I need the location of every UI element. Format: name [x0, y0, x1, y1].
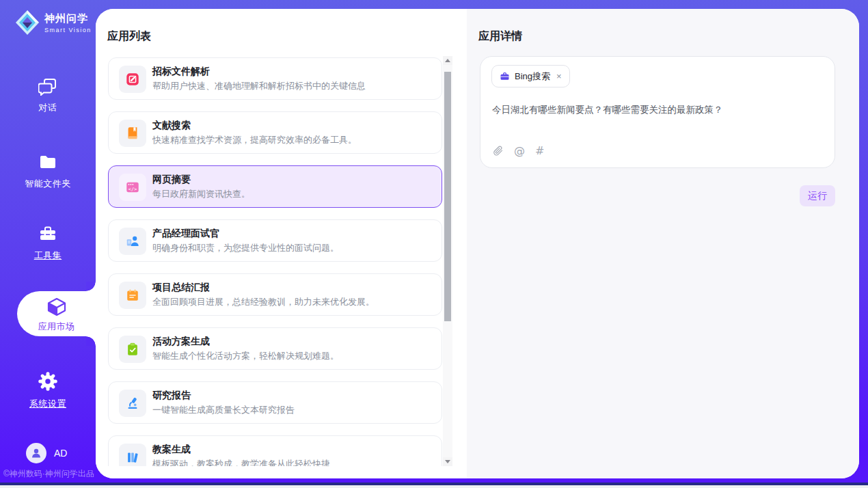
tool-tag-label: Bing搜索	[515, 70, 550, 83]
app-card-title: 招标文件解析	[152, 66, 210, 78]
app-detail-title: 应用详情	[478, 29, 522, 44]
user-name: AD	[54, 448, 67, 459]
app-card-research-report[interactable]: 研究报告 一键智能生成高质量长文本研究报告	[108, 381, 442, 424]
sidebar-item-settings[interactable]: 系统设置	[0, 371, 96, 410]
app-card-title: 教案生成	[152, 444, 191, 456]
edit-document-icon	[125, 72, 140, 87]
app-card-desc: 帮助用户快速、准确地理解和解析招标书中的关键信息	[152, 80, 433, 92]
app-card-desc: 每日政府新闻资讯快查。	[152, 188, 433, 200]
app-card-title: 网页摘要	[152, 174, 191, 186]
interviewer-icon	[125, 234, 140, 249]
scrollbar-thumb[interactable]	[444, 72, 451, 321]
app-detail-pane: 应用详情 Bing搜索 × 今日湖北有哪些新闻要点？有哪些需要关注的最新政策？ …	[467, 9, 859, 478]
folder-icon	[38, 152, 57, 172]
brand-subtitle: Smart Vision	[44, 27, 92, 33]
web-code-icon: </>	[125, 180, 140, 195]
app-card-lesson-plan[interactable]: 教案生成 模板驱动，教案秒成，教学准备从此轻松快捷	[108, 435, 442, 466]
scrollbar[interactable]	[443, 56, 452, 466]
app-icon-box	[119, 228, 146, 255]
app-card-desc: 明确身份和职责，为您提供专业性的面试问题。	[152, 242, 433, 254]
app-icon-box	[119, 282, 146, 309]
sidebar-item-chat[interactable]: 对话	[0, 77, 96, 114]
sidebar-item-label: 应用市场	[38, 321, 75, 331]
arrow-down-icon	[445, 460, 450, 463]
app-card-literature-search[interactable]: 文献搜索 快速精准查找学术资源，提高研究效率的必备工具。	[108, 111, 442, 154]
app-card-pm-interviewer[interactable]: 产品经理面试官 明确身份和职责，为您提供专业性的面试问题。	[108, 219, 442, 262]
sidebar-item-label: 智能文件夹	[25, 178, 71, 189]
microscope-icon	[125, 396, 140, 411]
copyright-text: ©神州数码·神州问学出品	[3, 468, 94, 480]
app-list-title: 应用列表	[107, 29, 151, 44]
app-icon-box	[119, 336, 146, 363]
run-button[interactable]: 运行	[800, 185, 835, 206]
app-card-desc: 智能生成个性化活动方案，轻松解决规划难题。	[152, 350, 433, 362]
app-icon-box	[119, 120, 146, 147]
app-card-project-summary[interactable]: 项目总结汇报 全面回顾项目进展，总结经验教训，助力未来优化发展。	[108, 273, 442, 316]
active-tab-notch-bottom	[86, 336, 96, 346]
app-card-web-summary[interactable]: </> 网页摘要 每日政府新闻资讯快查。	[108, 165, 442, 208]
app-card-desc: 全面回顾项目进展，总结经验教训，助力未来优化发展。	[152, 296, 433, 308]
app-card-title: 研究报告	[152, 390, 191, 402]
app-icon-box	[119, 390, 146, 417]
app-card-desc: 模板驱动，教案秒成，教学准备从此轻松快捷	[152, 458, 433, 466]
briefcase-icon	[500, 71, 510, 81]
tag-close-icon[interactable]: ×	[556, 71, 562, 81]
sidebar: 神州问学 Smart Vision 对话 智能文件夹 工具集	[0, 0, 96, 488]
toolbox-icon	[38, 224, 57, 243]
main-panel: 应用列表 招标文件解析 帮助用户快速、准确地理解和解析招标书中的关键信息	[96, 9, 859, 478]
app-card-event-plan[interactable]: 活动方案生成 智能生成个性化活动方案，轻松解决规划难题。	[108, 327, 442, 370]
cube-icon	[46, 297, 67, 317]
hash-icon[interactable]: #	[535, 144, 544, 157]
app-card-bid-analysis[interactable]: 招标文件解析 帮助用户快速、准确地理解和解析招标书中的关键信息	[108, 57, 442, 100]
chat-icon	[38, 77, 57, 96]
active-tab-notch-top	[86, 282, 96, 291]
sidebar-item-smart-folder[interactable]: 智能文件夹	[0, 152, 96, 190]
brand-logo: 神州问学 Smart Vision	[14, 8, 92, 37]
desktop-edge	[0, 485, 868, 488]
app-card-desc: 一键智能生成高质量长文本研究报告	[152, 404, 433, 416]
app-card-title: 产品经理面试官	[152, 228, 219, 240]
app-card-title: 项目总结汇报	[152, 282, 210, 294]
arrow-up-icon	[445, 59, 450, 62]
sidebar-item-app-market[interactable]: 应用市场	[17, 293, 96, 333]
note-icon	[125, 288, 140, 303]
brand-name: 神州问学	[44, 12, 92, 25]
book-icon	[125, 126, 140, 141]
at-icon[interactable]: @	[514, 144, 525, 157]
clipboard-check-icon	[125, 342, 140, 357]
app-list-pane: 应用列表 招标文件解析 帮助用户快速、准确地理解和解析招标书中的关键信息	[96, 9, 467, 478]
svg-text:</>: </>	[128, 187, 137, 192]
app-icon-box	[119, 444, 146, 466]
sidebar-item-label: 工具集	[34, 250, 62, 260]
person-icon	[30, 447, 42, 459]
diamond-logo-icon	[14, 8, 41, 37]
scroll-up-button[interactable]	[443, 56, 452, 65]
sidebar-item-label: 系统设置	[29, 398, 66, 409]
input-toolbar: @ #	[492, 144, 544, 157]
app-icon-box: </>	[119, 174, 146, 201]
gear-icon	[38, 371, 58, 392]
app-card-title: 文献搜索	[152, 120, 191, 132]
books-icon	[125, 450, 140, 465]
app-card-title: 活动方案生成	[152, 336, 210, 348]
app-card-list: 招标文件解析 帮助用户快速、准确地理解和解析招标书中的关键信息 文献搜索 快速精…	[108, 57, 442, 466]
sidebar-item-label: 对话	[39, 103, 57, 113]
prompt-input-card[interactable]: Bing搜索 × 今日湖北有哪些新闻要点？有哪些需要关注的最新政策？ @ #	[480, 56, 835, 168]
app-icon-box	[119, 66, 146, 93]
query-text[interactable]: 今日湖北有哪些新闻要点？有哪些需要关注的最新政策？	[492, 103, 824, 116]
paperclip-icon[interactable]	[492, 145, 504, 157]
scroll-down-button[interactable]	[443, 457, 452, 466]
sidebar-item-toolset[interactable]: 工具集	[0, 224, 96, 262]
avatar	[26, 443, 46, 463]
app-card-desc: 快速精准查找学术资源，提高研究效率的必备工具。	[152, 134, 433, 146]
tool-tag-bing-search[interactable]: Bing搜索 ×	[491, 65, 570, 87]
user-account[interactable]: AD	[26, 443, 67, 463]
